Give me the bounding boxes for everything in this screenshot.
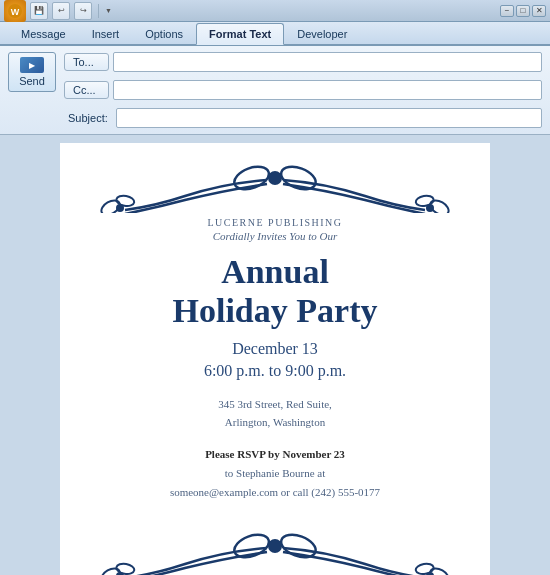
rsvp-section: Please RSVP by November 23 to Stephanie … [170, 445, 380, 501]
cc-row: Cc... [64, 80, 542, 100]
title-bar-left: W 💾 ↩ ↪ ▼ [4, 0, 112, 22]
bottom-ribbon-decoration [90, 511, 460, 575]
undo-btn[interactable]: ↩ [52, 2, 70, 20]
party-title-line1: Annual [221, 253, 329, 290]
ribbon: Message Insert Options Format Text Devel… [0, 22, 550, 46]
cc-button[interactable]: Cc... [64, 81, 109, 99]
send-label: Send [19, 75, 45, 87]
cc-input[interactable] [113, 80, 542, 100]
svg-text:W: W [11, 7, 20, 17]
quick-access-dropdown[interactable]: ▼ [105, 7, 112, 14]
tab-format-text[interactable]: Format Text [196, 23, 284, 45]
rsvp-line2: to Stephanie Bourne at [225, 467, 326, 479]
tab-developer[interactable]: Developer [284, 23, 360, 45]
redo-btn[interactable]: ↪ [74, 2, 92, 20]
to-button[interactable]: To... [64, 53, 109, 71]
company-name: LUCERNE PUBLISHING [207, 217, 342, 228]
subject-input[interactable] [116, 108, 542, 128]
email-body: LUCERNE PUBLISHING Cordially Invites You… [0, 135, 550, 575]
email-fields: To... Cc... Subject: [64, 52, 542, 128]
svg-point-4 [268, 171, 282, 185]
rsvp-line3: someone@example.com or call (242) 555-01… [170, 486, 380, 498]
invitation-card: LUCERNE PUBLISHING Cordially Invites You… [60, 143, 490, 575]
subject-row: Subject: [64, 108, 542, 128]
to-row: To... [64, 52, 542, 72]
subject-label: Subject: [64, 112, 112, 124]
tab-options[interactable]: Options [132, 23, 196, 45]
title-bar: W 💾 ↩ ↪ ▼ − □ ✕ [0, 0, 550, 22]
party-date: December 13 [232, 340, 318, 358]
send-icon [20, 57, 44, 73]
maximize-button[interactable]: □ [516, 5, 530, 17]
party-time: 6:00 p.m. to 9:00 p.m. [204, 362, 346, 380]
email-header: Send To... Cc... Subject: [0, 46, 550, 135]
party-title-line2: Holiday Party [173, 292, 378, 329]
send-button[interactable]: Send [8, 52, 56, 92]
party-address: 345 3rd Street, Red Suite, Arlington, Wa… [218, 396, 332, 431]
svg-point-7 [116, 204, 124, 212]
rsvp-line1: Please RSVP by November 23 [205, 448, 345, 460]
window-controls: − □ ✕ [500, 5, 546, 17]
ribbon-tab-list: Message Insert Options Format Text Devel… [0, 22, 550, 44]
sep1 [98, 4, 99, 18]
tab-message[interactable]: Message [8, 23, 79, 45]
tab-insert[interactable]: Insert [79, 23, 133, 45]
party-title: Annual Holiday Party [173, 252, 378, 330]
address-line1: 345 3rd Street, Red Suite, [218, 398, 332, 410]
office-logo[interactable]: W [4, 0, 26, 22]
top-ribbon-decoration [90, 143, 460, 213]
save-btn[interactable]: 💾 [30, 2, 48, 20]
to-input[interactable] [113, 52, 542, 72]
svg-point-13 [268, 539, 282, 553]
address-line2: Arlington, Washington [225, 416, 325, 428]
close-button[interactable]: ✕ [532, 5, 546, 17]
main-area: LUCERNE PUBLISHING Cordially Invites You… [0, 135, 550, 575]
minimize-button[interactable]: − [500, 5, 514, 17]
cordially-text: Cordially Invites You to Our [213, 230, 337, 242]
svg-point-10 [426, 204, 434, 212]
